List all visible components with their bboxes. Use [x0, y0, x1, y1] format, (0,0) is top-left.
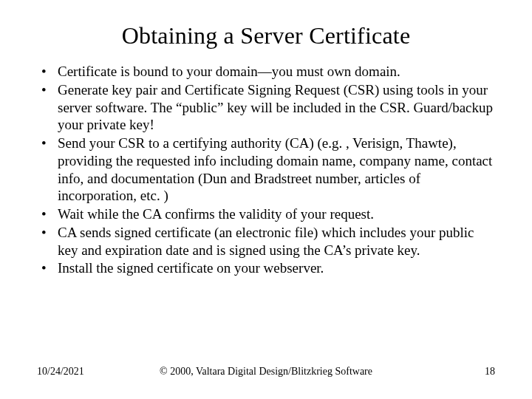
list-item: Wait while the CA confirms the validity …	[37, 205, 495, 223]
list-item: Certificate is bound to your domain—you …	[37, 63, 495, 81]
slide: Obtaining a Server Certificate Certifica…	[0, 0, 532, 277]
list-item: CA sends signed certificate (an electron…	[37, 224, 495, 259]
slide-title: Obtaining a Server Certificate	[37, 22, 495, 50]
list-item: Send your CSR to a certifying authority …	[37, 134, 495, 205]
footer-page-number: 18	[485, 366, 495, 378]
footer: 10/24/2021 © 2000, Valtara Digital Desig…	[0, 366, 532, 378]
list-item: Generate key pair and Certificate Signin…	[37, 81, 495, 134]
list-item: Install the signed certificate on your w…	[37, 259, 495, 277]
footer-date: 10/24/2021	[37, 366, 84, 378]
bullet-list: Certificate is bound to your domain—you …	[37, 63, 495, 277]
